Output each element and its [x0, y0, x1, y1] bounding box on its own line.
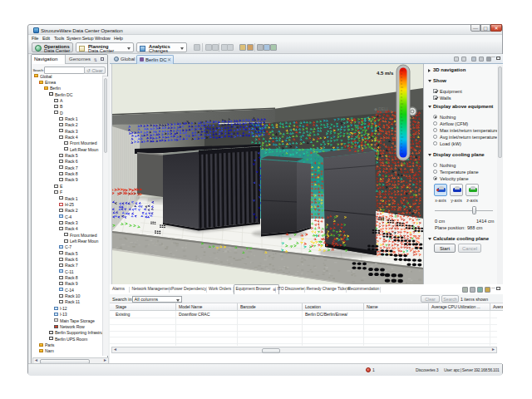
- svg-text:4.5 m/s: 4.5 m/s: [377, 71, 394, 76]
- svg-text:◆ DELL: ◆ DELL: [374, 106, 389, 111]
